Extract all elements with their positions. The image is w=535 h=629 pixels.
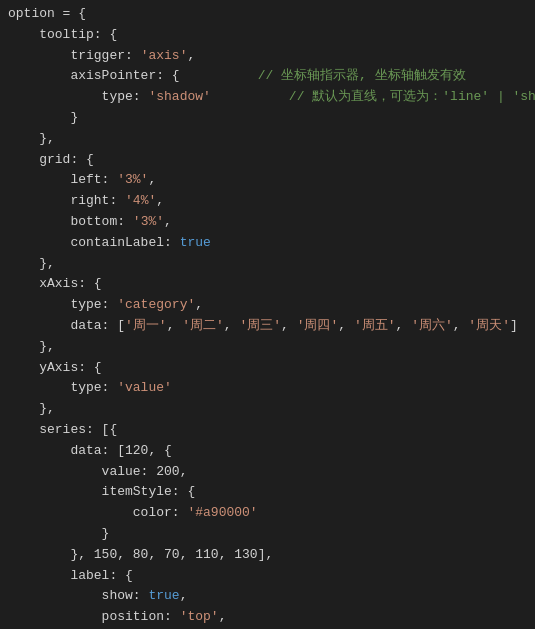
code-plain: , [396, 316, 412, 337]
code-plain: grid: { [8, 150, 94, 171]
code-plain: tooltip: { [8, 25, 117, 46]
code-string: '周天' [468, 316, 510, 337]
code-line: type: 'shadow' // 默认为直线，可选为：'line' | 'sh… [0, 87, 535, 108]
code-string: '周四' [297, 316, 339, 337]
code-plain: right: [8, 191, 125, 212]
code-string: '周一' [125, 316, 167, 337]
code-line: show: true, [0, 586, 535, 607]
code-plain: }, [8, 337, 55, 358]
code-plain: , [281, 316, 297, 337]
code-string: '周二' [182, 316, 224, 337]
code-line: option = { [0, 4, 535, 25]
code-plain: show: [8, 586, 148, 607]
code-line: label: { [0, 566, 535, 587]
code-line: type: 'value' [0, 378, 535, 399]
code-line: grid: { [0, 150, 535, 171]
code-string: '3%' [117, 170, 148, 191]
code-plain: axisPointer: { [8, 66, 180, 87]
code-plain: , [148, 170, 156, 191]
code-plain: }, [8, 399, 55, 420]
code-line: } [0, 108, 535, 129]
code-line: position: 'top', [0, 607, 535, 628]
code-editor: option = { tooltip: { trigger: 'axis', a… [0, 0, 535, 629]
code-string: '周五' [354, 316, 396, 337]
code-plain: , [167, 316, 183, 337]
code-plain: left: [8, 170, 117, 191]
code-plain: color: [8, 503, 187, 524]
code-line: trigger: 'axis', [0, 46, 535, 67]
code-string: 'value' [117, 378, 172, 399]
code-line: axisPointer: { // 坐标轴指示器, 坐标轴触发有效 [0, 66, 535, 87]
code-line: itemStyle: { [0, 482, 535, 503]
code-string: '周六' [411, 316, 453, 337]
code-string: 'top' [180, 607, 219, 628]
code-string: '#a90000' [187, 503, 257, 524]
code-line: value: 200, [0, 462, 535, 483]
code-plain: , [164, 212, 172, 233]
code-keyword: true [180, 233, 211, 254]
code-plain: , [219, 607, 227, 628]
code-plain: ] [510, 316, 518, 337]
code-line: color: '#a90000' [0, 503, 535, 524]
code-plain: } [8, 108, 78, 129]
code-plain: , [338, 316, 354, 337]
code-keyword: true [148, 586, 179, 607]
code-string: 'shadow' [148, 87, 210, 108]
code-line: series: [{ [0, 420, 535, 441]
code-line: tooltip: { [0, 25, 535, 46]
code-line: }, [0, 129, 535, 150]
code-plain: position: [8, 607, 180, 628]
code-plain: }, [8, 254, 55, 275]
code-comment: // 默认为直线，可选为：'line' | 'shadow' [211, 87, 535, 108]
code-plain: containLabel: [8, 233, 180, 254]
code-plain: yAxis: { [8, 358, 102, 379]
code-plain: , [156, 191, 164, 212]
code-plain: }, 150, 80, 70, 110, 130], [8, 545, 273, 566]
code-line: }, [0, 254, 535, 275]
code-plain: itemStyle: { [8, 482, 195, 503]
code-plain: xAxis: { [8, 274, 102, 295]
code-plain: , [224, 316, 240, 337]
code-plain: option = { [8, 4, 86, 25]
code-string: '周三' [239, 316, 281, 337]
code-plain: , [187, 46, 195, 67]
code-line: left: '3%', [0, 170, 535, 191]
code-line: }, 150, 80, 70, 110, 130], [0, 545, 535, 566]
code-plain: type: [8, 87, 148, 108]
code-plain: bottom: [8, 212, 133, 233]
code-plain: type: [8, 295, 117, 316]
code-plain: trigger: [8, 46, 141, 67]
code-line: }, [0, 337, 535, 358]
code-plain: series: [{ [8, 420, 117, 441]
code-plain: } [8, 524, 109, 545]
code-line: }, [0, 399, 535, 420]
code-plain: , [180, 586, 188, 607]
code-line: data: ['周一', '周二', '周三', '周四', '周五', '周六… [0, 316, 535, 337]
code-line: data: [120, { [0, 441, 535, 462]
code-line: containLabel: true [0, 233, 535, 254]
code-plain: type: [8, 378, 117, 399]
code-line: right: '4%', [0, 191, 535, 212]
code-line: type: 'category', [0, 295, 535, 316]
code-plain: , [453, 316, 469, 337]
code-plain: label: { [8, 566, 133, 587]
code-string: '3%' [133, 212, 164, 233]
code-plain: data: [120, { [8, 441, 172, 462]
code-line: xAxis: { [0, 274, 535, 295]
code-string: 'axis' [141, 46, 188, 67]
code-line: } [0, 524, 535, 545]
code-string: '4%' [125, 191, 156, 212]
code-plain: }, [8, 129, 55, 150]
code-plain: , [195, 295, 203, 316]
code-line: bottom: '3%', [0, 212, 535, 233]
code-plain: value: 200, [8, 462, 187, 483]
code-plain: data: [ [8, 316, 125, 337]
code-string: 'category' [117, 295, 195, 316]
code-comment: // 坐标轴指示器, 坐标轴触发有效 [180, 66, 466, 87]
code-line: yAxis: { [0, 358, 535, 379]
